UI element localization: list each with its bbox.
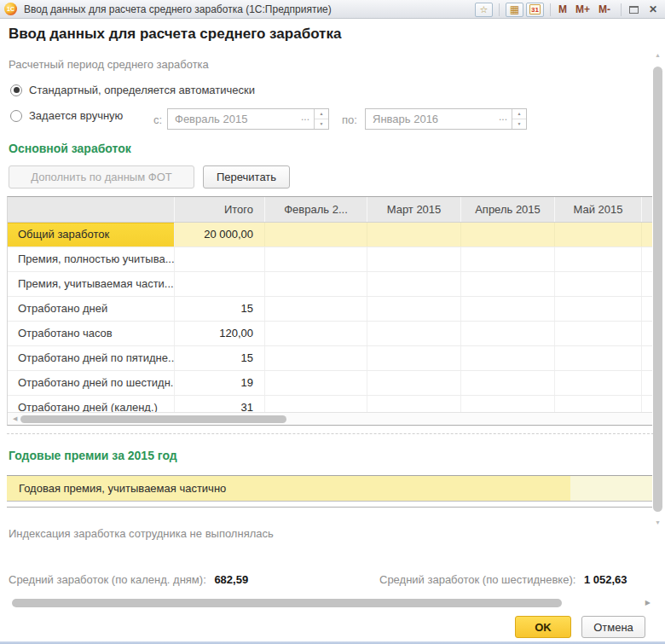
header-cell-partial[interactable] [642, 197, 652, 222]
calendar-icon[interactable]: 31 [526, 3, 544, 17]
radio-manual-circle-icon[interactable] [10, 110, 22, 122]
month-cell[interactable] [461, 297, 555, 321]
month-cell[interactable] [265, 322, 367, 345]
annual-premium-row[interactable]: Годовая премия, учитываемая частично [7, 476, 652, 502]
scroll-down-icon[interactable]: ▼ [652, 519, 663, 527]
month-cell[interactable] [265, 346, 367, 370]
table-horizontal-scrollbar[interactable]: ◀ [8, 412, 652, 425]
scroll-up-icon[interactable]: ▲ [652, 51, 663, 60]
memory-m-button[interactable]: М [554, 3, 571, 17]
annual-premium-label[interactable]: Годовая премия, учитываемая частично [7, 476, 570, 501]
month-cell[interactable] [265, 272, 367, 296]
month-cell[interactable] [265, 396, 367, 414]
form-vertical-scrollbar[interactable]: ▲ ▼ [652, 51, 663, 527]
month-cell[interactable] [461, 396, 555, 414]
spin-up-icon[interactable]: ▲ [512, 109, 526, 119]
memory-m-minus-button[interactable]: М- [594, 3, 615, 17]
month-cell[interactable] [265, 223, 367, 247]
month-cell[interactable] [555, 322, 642, 345]
table-row[interactable]: Отработано дней по пятидне... 15 [8, 346, 652, 371]
maximize-button[interactable] [629, 6, 639, 14]
table-row[interactable]: Отработано дней по шестидн... 19 [8, 371, 652, 396]
table-row[interactable]: Отработано дней (календ.) 31 [8, 396, 652, 414]
row-label-cell[interactable]: Отработано дней [8, 297, 175, 321]
scrollbar-thumb[interactable] [20, 415, 286, 423]
favorites-star-icon[interactable]: ☆ [475, 3, 493, 17]
month-cell[interactable] [642, 223, 652, 247]
fill-from-fot-button[interactable]: Дополнить по данным ФОТ [9, 165, 194, 189]
month-cell[interactable] [555, 346, 642, 370]
row-label-cell[interactable]: Отработано дней по пятидне... [8, 346, 175, 370]
month-cell[interactable] [367, 297, 461, 321]
scrollbar-thumb[interactable] [12, 599, 562, 607]
month-cell[interactable] [642, 247, 652, 271]
cancel-button[interactable]: Отмена [581, 616, 645, 638]
month-cell[interactable] [642, 396, 652, 414]
table-row[interactable]: Премия, учитываемая части... [8, 272, 652, 297]
month-cell[interactable] [461, 247, 555, 271]
month-cell[interactable] [461, 346, 555, 370]
month-cell[interactable] [642, 346, 652, 370]
row-total-cell[interactable]: 20 000,00 [175, 223, 265, 247]
month-cell[interactable] [642, 322, 652, 345]
row-label-cell[interactable]: Отработано дней (календ.) [8, 396, 175, 414]
row-total-cell[interactable]: 19 [175, 371, 265, 395]
radio-standard[interactable]: Стандартный, определяется автоматически [10, 84, 255, 96]
table-row[interactable]: Премия, полностью учитыва... [8, 247, 652, 272]
spin-down-icon[interactable]: ▼ [512, 119, 526, 129]
month-cell[interactable] [642, 297, 652, 321]
month-cell[interactable] [367, 371, 461, 395]
month-cell[interactable] [367, 346, 461, 370]
scroll-left-icon[interactable]: ◀ [13, 415, 17, 422]
ok-button[interactable]: OK [515, 616, 571, 638]
period-to-spinner[interactable]: ▲▼ [512, 109, 526, 129]
table-row[interactable]: Отработано часов 120,00 [8, 322, 652, 346]
close-button[interactable]: ✕ [645, 3, 661, 17]
row-total-cell[interactable]: 120,00 [175, 322, 265, 345]
month-cell[interactable] [367, 322, 461, 345]
spin-down-icon[interactable]: ▼ [315, 119, 328, 129]
month-cell[interactable] [555, 396, 642, 414]
row-label-cell[interactable]: Отработано часов [8, 322, 175, 345]
row-label-cell[interactable]: Премия, полностью учитыва... [8, 247, 175, 271]
month-cell[interactable] [555, 297, 642, 321]
month-cell[interactable] [367, 272, 461, 296]
header-cell-may[interactable]: Май 2015 [555, 197, 642, 222]
month-cell[interactable] [461, 371, 555, 395]
table-row[interactable]: Отработано дней 15 [8, 297, 652, 322]
period-to-value[interactable]: Январь 2016 [366, 109, 494, 129]
period-to-field[interactable]: Январь 2016 ... ▲▼ [365, 108, 527, 130]
period-from-spinner[interactable]: ▲▼ [314, 109, 328, 129]
month-cell[interactable] [461, 272, 555, 296]
period-to-picker-button[interactable]: ... [494, 109, 512, 129]
radio-manual[interactable]: Задается вручную [10, 109, 123, 122]
month-cell[interactable] [265, 371, 367, 395]
month-cell[interactable] [555, 223, 642, 247]
month-cell[interactable] [555, 247, 642, 271]
month-cell[interactable] [642, 371, 652, 395]
header-cell[interactable] [8, 197, 175, 222]
period-from-value[interactable]: Февраль 2015 [168, 109, 297, 129]
month-cell[interactable] [367, 247, 461, 271]
row-total-cell[interactable]: 15 [175, 297, 265, 321]
memory-m-plus-button[interactable]: М+ [571, 3, 594, 17]
row-total-cell[interactable] [175, 272, 265, 296]
header-cell-total[interactable]: Итого [175, 197, 265, 222]
annual-premium-value-cell[interactable] [570, 476, 652, 501]
month-cell[interactable] [461, 322, 555, 345]
month-cell[interactable] [555, 371, 642, 395]
month-cell[interactable] [555, 272, 642, 296]
month-cell[interactable] [367, 396, 461, 414]
month-cell[interactable] [367, 223, 461, 247]
period-from-picker-button[interactable]: ... [297, 109, 314, 129]
scrollbar-thumb[interactable] [653, 67, 662, 512]
month-cell[interactable] [642, 272, 652, 296]
month-cell[interactable] [265, 247, 367, 271]
scroll-right-icon[interactable]: ▶ [645, 599, 651, 606]
month-cell[interactable] [265, 297, 367, 321]
reread-button[interactable]: Перечитать [203, 165, 290, 189]
month-cell[interactable] [461, 223, 555, 247]
row-total-cell[interactable]: 31 [175, 396, 265, 414]
row-label-cell[interactable]: Общий заработок [8, 223, 175, 247]
table-row[interactable]: Общий заработок 20 000,00 [8, 223, 652, 247]
